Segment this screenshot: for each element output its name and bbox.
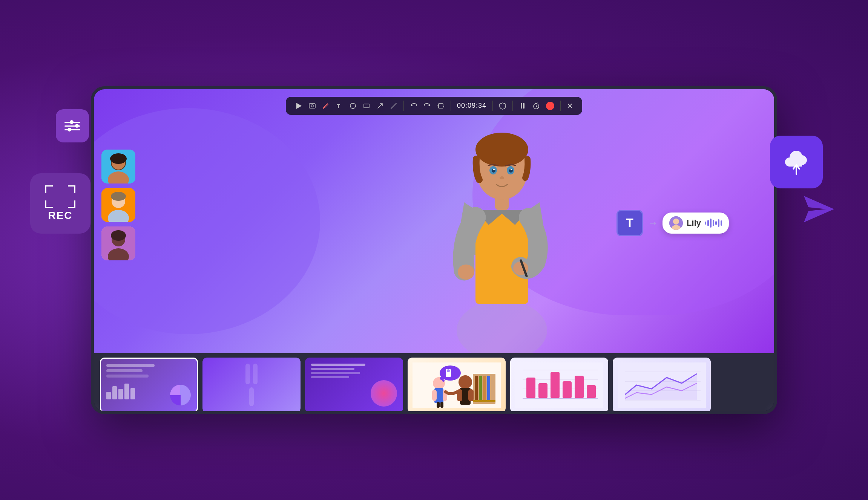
svg-point-63 bbox=[459, 375, 472, 389]
tts-arrow-icon: → bbox=[647, 217, 658, 229]
slide-6-chart bbox=[618, 362, 706, 408]
send-icon bbox=[804, 196, 834, 222]
text-tool[interactable]: T bbox=[336, 102, 343, 110]
screenshot-tool[interactable] bbox=[308, 102, 316, 110]
svg-rect-50 bbox=[487, 376, 490, 402]
presenter-area bbox=[426, 97, 577, 353]
svg-rect-57 bbox=[440, 402, 443, 408]
svg-rect-76 bbox=[575, 376, 584, 398]
svg-rect-6 bbox=[364, 104, 369, 108]
svg-point-27 bbox=[457, 300, 547, 353]
rec-button[interactable]: REC bbox=[30, 173, 90, 234]
slide-2-content bbox=[202, 358, 301, 411]
pen-tool[interactable] bbox=[322, 102, 330, 110]
tts-lily-bubble[interactable]: Lily bbox=[663, 213, 729, 234]
slide-1-content bbox=[101, 359, 197, 411]
toolbar: T bbox=[286, 97, 582, 115]
slide-4-content bbox=[408, 358, 506, 411]
line-tool[interactable] bbox=[390, 102, 397, 110]
rectangle-tool[interactable] bbox=[363, 102, 370, 110]
svg-rect-73 bbox=[538, 383, 547, 398]
upload-button[interactable] bbox=[770, 136, 823, 188]
svg-point-43 bbox=[673, 219, 679, 225]
device-frame: T bbox=[91, 86, 777, 414]
tts-text-icon[interactable]: T bbox=[616, 210, 643, 236]
pause-button[interactable] bbox=[519, 102, 526, 110]
svg-rect-72 bbox=[526, 378, 535, 398]
divider-1 bbox=[403, 101, 404, 111]
timer-display: 00:09:34 bbox=[457, 102, 486, 110]
avatar-1[interactable] bbox=[101, 150, 135, 183]
tts-panel: T → Lily bbox=[616, 210, 729, 236]
slide-3[interactable] bbox=[305, 358, 403, 411]
svg-rect-47 bbox=[475, 376, 478, 402]
svg-point-26 bbox=[111, 230, 126, 241]
tts-avatar bbox=[669, 216, 683, 230]
send-button[interactable] bbox=[804, 196, 834, 224]
slide-1[interactable] bbox=[100, 358, 198, 411]
avatar-1-face bbox=[101, 150, 135, 183]
svg-point-60 bbox=[442, 379, 445, 382]
svg-text:T: T bbox=[337, 103, 340, 109]
svg-point-3 bbox=[311, 105, 313, 107]
shield-tool[interactable] bbox=[499, 102, 506, 110]
avatar-2[interactable] bbox=[101, 188, 135, 222]
svg-point-41 bbox=[500, 176, 504, 179]
presenter-figure bbox=[426, 97, 577, 353]
slide-4[interactable] bbox=[408, 358, 506, 411]
slide-6-content bbox=[613, 358, 711, 411]
svg-rect-51 bbox=[473, 400, 495, 402]
divider-5 bbox=[560, 101, 561, 111]
timer-reset-tool[interactable] bbox=[532, 102, 540, 110]
svg-line-7 bbox=[391, 103, 396, 109]
tts-wave-icon bbox=[705, 219, 722, 228]
undo-tool[interactable] bbox=[410, 102, 417, 110]
tts-t-label: T bbox=[626, 216, 633, 230]
slide-6[interactable] bbox=[613, 358, 711, 411]
svg-rect-66 bbox=[468, 389, 474, 401]
svg-rect-2 bbox=[309, 104, 315, 108]
slide-5-content bbox=[510, 358, 608, 411]
crop-tool[interactable] bbox=[437, 102, 445, 110]
slide-2[interactable] bbox=[202, 358, 301, 411]
svg-rect-11 bbox=[521, 103, 522, 109]
svg-point-22 bbox=[111, 192, 126, 201]
avatars-panel bbox=[101, 150, 135, 260]
svg-rect-77 bbox=[587, 385, 596, 398]
canvas-area: T bbox=[94, 89, 774, 353]
svg-marker-0 bbox=[804, 196, 834, 222]
rec-corners-icon bbox=[45, 185, 75, 208]
settings-button[interactable] bbox=[56, 109, 89, 142]
svg-rect-8 bbox=[439, 104, 443, 108]
divider-3 bbox=[492, 101, 493, 111]
circle-tool[interactable] bbox=[349, 102, 357, 110]
slide-5-chart bbox=[515, 362, 603, 408]
svg-point-29 bbox=[458, 265, 474, 280]
record-indicator[interactable] bbox=[546, 102, 554, 110]
svg-rect-49 bbox=[483, 376, 486, 402]
svg-point-34 bbox=[475, 133, 528, 167]
avatar-3-face bbox=[101, 226, 135, 260]
upload-cloud-icon bbox=[781, 147, 811, 177]
svg-rect-54 bbox=[432, 390, 437, 401]
device-inner: T bbox=[94, 89, 774, 411]
svg-rect-74 bbox=[551, 372, 560, 398]
svg-point-5 bbox=[350, 103, 356, 109]
avatar-3[interactable] bbox=[101, 226, 135, 260]
close-button[interactable]: ✕ bbox=[567, 101, 573, 110]
scene-wrapper: REC bbox=[0, 0, 868, 500]
svg-rect-48 bbox=[479, 376, 482, 402]
mini-pie-chart bbox=[170, 385, 191, 405]
play-tool[interactable] bbox=[295, 102, 302, 110]
arrow-tool[interactable] bbox=[376, 102, 384, 110]
svg-point-39 bbox=[493, 169, 495, 170]
avatar-2-face bbox=[101, 188, 135, 222]
svg-rect-56 bbox=[437, 402, 440, 408]
slide-5[interactable] bbox=[510, 358, 608, 411]
divider-2 bbox=[451, 101, 451, 111]
slide-3-content bbox=[305, 358, 403, 411]
svg-rect-12 bbox=[523, 103, 524, 109]
slide-strip bbox=[94, 353, 774, 411]
redo-tool[interactable] bbox=[423, 102, 431, 110]
svg-point-40 bbox=[511, 169, 512, 170]
